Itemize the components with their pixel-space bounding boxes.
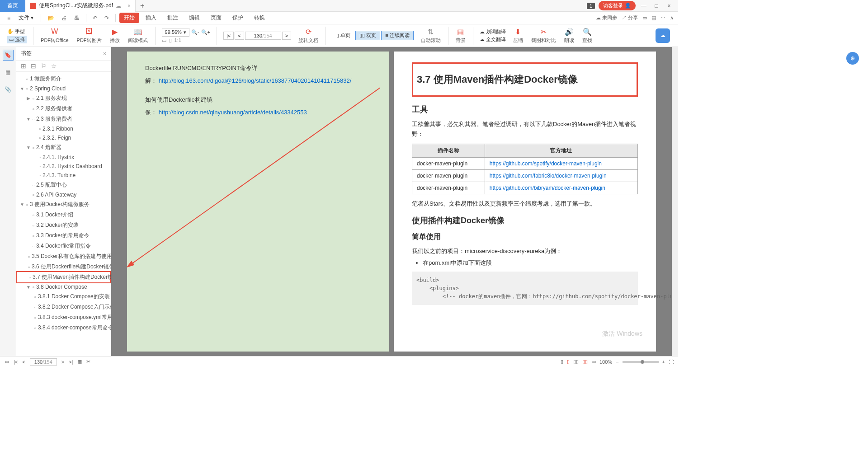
sb-zoom-out-icon[interactable]: − [616,359,618,365]
add-tab-button[interactable]: + [136,0,149,12]
menu-more-icon[interactable]: ⋯ [660,15,665,21]
expand-all-icon[interactable]: ⊞ [21,62,26,70]
background-button[interactable]: ▦背景 [452,26,469,45]
bookmark-item[interactable]: ▫3.8.1 Docker Compose的安装 [16,291,111,302]
minimize-icon[interactable]: — [639,3,648,9]
bookmark-item[interactable]: ▫3.7 使用Maven插件构建Docker镜像 [17,272,110,282]
bookmark-item[interactable]: ▫2.6 API Gateway [16,190,111,199]
tab-edit[interactable]: 编辑 [184,13,204,23]
bookmark-item[interactable]: ▫3.8.2 Docker Compose入门示例 [16,302,111,312]
bookmark-item[interactable]: ▫1 微服务简介 [16,74,111,84]
bookmark-item[interactable]: ▫2.4.2. Hystrix Dashboard [16,162,111,171]
sb-view2-icon[interactable]: ▯ [567,359,570,365]
single-page-button[interactable]: ▯ 单页 [332,31,354,40]
sb-view3-icon[interactable]: ▯▯ [573,359,579,365]
attachment-panel-icon[interactable]: 📎 [3,84,14,95]
bookmark-item[interactable]: ▼▫3 使用Docker构建微服务 [16,199,111,210]
compress-button[interactable]: ⬇压缩 [509,26,527,45]
sync-status[interactable]: ☁ 未同步 [596,14,617,21]
word-translate[interactable]: ☁ 划词翻译 [480,28,506,35]
tab-start[interactable]: 开始 [119,13,139,23]
play-button[interactable]: ▶播放 [106,26,123,45]
tab-convert[interactable]: 转换 [250,13,269,23]
bookmark-item[interactable]: ▫2.2 服务提供者 [16,103,111,114]
maximize-icon[interactable]: □ [652,3,661,9]
bookmark-item[interactable]: ▫2.4.3. Turbine [16,171,111,180]
file-tab[interactable]: 使用SpringCl...r实战微服务.pdf ☁ × [25,0,136,12]
bookmark-item[interactable]: ▫3.6 使用Dockerfile构建Docker镜像 [16,262,111,272]
zoom-slider[interactable] [623,361,659,363]
collapse-all-icon[interactable]: ⊟ [31,62,36,70]
menu-list-icon[interactable]: ▤ [651,15,656,21]
cloud-button[interactable]: ☁ [656,28,670,43]
sb-next-icon[interactable]: > [61,359,64,365]
bookmark-item[interactable]: ▫2.3.1 Ribbon [16,124,111,133]
print-icon[interactable]: 🖶 [71,14,82,22]
hamburger-icon[interactable]: ≡ [5,14,13,22]
redo-icon[interactable]: ↷ [102,14,112,22]
file-menu[interactable]: 文件 ▾ [15,13,37,23]
sb-view1-icon[interactable]: ▯ [561,359,563,365]
continuous-button[interactable]: ≡ 连续阅读 [381,31,413,40]
bookmark-item[interactable]: ▫3.4 Dockerfile常用指令 [16,241,111,251]
share-button[interactable]: ↗ 分享 [622,14,638,21]
pdf-to-office[interactable]: WPDF转Office [37,26,72,45]
hand-tool[interactable]: ✋ 手型 [7,28,25,35]
read-mode[interactable]: 📖阅读模式 [124,26,151,45]
close-tab-icon[interactable]: × [127,3,131,9]
bookmark-item[interactable]: ▫3.8.4 docker-compose常用命令 [16,323,111,333]
zoom-in-icon[interactable]: 🔍+ [201,29,210,35]
sb-fullscreen-icon[interactable]: ⛶ [669,359,674,365]
save-icon[interactable]: 🖨 [59,14,70,22]
bm-star-icon[interactable]: ☆ [51,62,57,70]
sb-crop-icon[interactable]: ✂ [86,359,90,365]
plugin-link[interactable]: https://github.com/spotify/docker-maven-… [490,160,602,167]
screenshot-button[interactable]: ✂截图和对比 [528,26,560,45]
close-panel-icon[interactable]: × [103,51,106,57]
next-page-icon[interactable]: > [282,32,291,40]
link-blog163[interactable]: http://blog.163.com/digoal@126/blog/stat… [159,77,352,84]
bookmark-item[interactable]: ▫3.1 Docker介绍 [16,210,111,220]
plugin-link[interactable]: https://github.com/bibryam/docker-maven-… [490,185,605,191]
bookmark-item[interactable]: ▫2.4.1. Hystrix [16,153,111,162]
autoscroll-button[interactable]: ⇅自动滚动 [417,26,444,45]
sb-thumb-icon[interactable]: ▦ [77,359,82,365]
find-button[interactable]: 🔍查找 [579,26,596,45]
fit-width-icon[interactable]: ▭ [162,38,166,43]
tab-annotate[interactable]: 批注 [163,13,183,23]
zoom-input[interactable]: 99.56% ▾ [162,28,189,37]
undo-icon[interactable]: ↶ [90,14,100,22]
bookmark-item[interactable]: ▶▫2.1 服务发现 [16,93,111,103]
actual-size-icon[interactable]: 1:1 [175,38,181,43]
bookmark-item[interactable]: ▼▫2.4 熔断器 [16,142,111,153]
bookmark-item[interactable]: ▫2.3.2. Feign [16,133,111,142]
sb-last-icon[interactable]: >| [69,359,73,365]
bookmark-item[interactable]: ▼▫3.8 Docker Compose [16,282,111,291]
tab-insert[interactable]: 插入 [141,13,161,23]
bookmark-item[interactable]: ▫2.5 配置中心 [16,180,111,190]
tab-page[interactable]: 页面 [206,13,226,23]
vertical-scrollbar[interactable] [672,47,678,356]
close-window-icon[interactable]: × [665,3,674,9]
plugin-link[interactable]: https://github.com/fabric8io/docker-mave… [490,173,607,179]
menu-chevron-icon[interactable]: ∧ [670,15,674,21]
rotate-button[interactable]: ⟳旋转文档 [295,26,322,45]
sb-page-input[interactable]: 130/154 [30,358,57,366]
sb-view5-icon[interactable]: ▭ [591,359,596,365]
sb-prev-icon[interactable]: < [22,359,25,365]
tab-protect[interactable]: 保护 [228,13,248,23]
bookmark-item[interactable]: ▫3.3 Docker的常用命令 [16,230,111,241]
select-tool[interactable]: ▭ 选择 [7,36,27,43]
read-aloud-button[interactable]: 🔊朗读 [561,26,578,45]
bookmark-panel-icon[interactable]: 🔖 [3,50,14,61]
pdf-to-image[interactable]: 🖼PDF转图片 [73,26,105,45]
thumbnail-panel-icon[interactable]: ▦ [3,67,14,78]
bookmark-item[interactable]: ▫3.8.3 docker-compose.yml常用命令 [16,312,111,323]
home-tab[interactable]: 首页 [0,0,25,12]
menu-square-icon[interactable]: ▭ [642,15,647,21]
double-page-button[interactable]: ▯▯ 双页 [355,31,380,40]
notification-badge[interactable]: 1 [587,3,595,9]
zoom-out-icon[interactable]: 🔍- [191,29,199,35]
bookmark-item[interactable]: ▫3.5 Docker私有仓库的搭建与使用 [16,251,111,262]
first-page-icon[interactable]: |< [223,32,234,40]
